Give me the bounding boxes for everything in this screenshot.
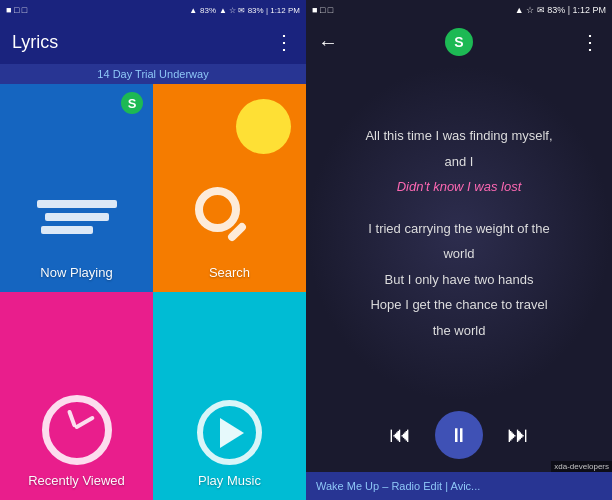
now-playing-icon xyxy=(37,195,117,255)
recently-viewed-label: Recently Viewed xyxy=(28,473,125,488)
next-button[interactable]: ⏭ xyxy=(507,422,529,448)
search-circle xyxy=(195,187,240,232)
play-music-label: Play Music xyxy=(198,473,261,488)
left-panel: ■ □ □ ▲ 83% ▲ ☆ ✉ 83% | 1:12 PM Lyrics ⋮… xyxy=(0,0,306,500)
now-playing-bar: Wake Me Up – Radio Edit | Avic... xyxy=(306,472,612,500)
right-status-right: ▲ ☆ ✉ 83% | 1:12 PM xyxy=(515,5,606,15)
lyric-line-6: But I only have two hands xyxy=(385,270,534,290)
trial-bar: 14 Day Trial Underway xyxy=(0,64,306,84)
signal-icon: ■ □ □ xyxy=(6,5,27,15)
play-triangle xyxy=(220,418,244,448)
clock-icon xyxy=(42,395,112,465)
right-menu-icon[interactable]: ⋮ xyxy=(580,30,600,54)
wifi-icon: ▲ xyxy=(189,6,197,15)
menu-icon[interactable]: ⋮ xyxy=(274,30,294,54)
right-time-display: ▲ ☆ ✉ 83% | 1:12 PM xyxy=(515,5,606,15)
search-label: Search xyxy=(209,265,250,280)
prev-button[interactable]: ⏮ xyxy=(389,422,411,448)
lyric-line-7: Hope I get the chance to travel xyxy=(370,295,547,315)
right-top-bar: ← S ⋮ xyxy=(306,20,612,64)
play-music-cell[interactable]: Play Music xyxy=(153,292,306,500)
spotify-badge: S xyxy=(121,92,143,114)
search-cell[interactable]: Search xyxy=(153,84,306,292)
right-status-bar: ■ □ □ ▲ ☆ ✉ 83% | 1:12 PM xyxy=(306,0,612,20)
now-playing-label: Now Playing xyxy=(40,265,112,280)
app-title: Lyrics xyxy=(12,32,58,53)
main-grid: S Now Playing Search Recently Viewed xyxy=(0,84,306,500)
lyric-line-5: world xyxy=(443,244,474,264)
trial-text: 14 Day Trial Underway xyxy=(97,68,208,80)
now-playing-cell[interactable]: S Now Playing xyxy=(0,84,153,292)
np-bar-1 xyxy=(37,200,117,208)
lyric-line-1: and I xyxy=(445,152,474,172)
right-status-left: ■ □ □ xyxy=(312,5,333,15)
lyric-line-8: the world xyxy=(433,321,486,341)
lyric-line-2-italic: Didn't know I was lost xyxy=(397,177,522,197)
status-bar-left-icons: ■ □ □ xyxy=(6,5,27,15)
back-button[interactable]: ← xyxy=(318,31,338,54)
right-panel: ■ □ □ ▲ ☆ ✉ 83% | 1:12 PM ← S ⋮ All this… xyxy=(306,0,612,500)
play-icon-big xyxy=(197,400,262,465)
np-bar-2 xyxy=(45,213,109,221)
lyrics-area: All this time I was finding myself, and … xyxy=(306,64,612,402)
search-icon-big xyxy=(195,187,265,257)
pause-button[interactable]: ⏸ xyxy=(435,411,483,459)
lyric-line-4: I tried carrying the weight of the xyxy=(368,219,549,239)
sun-decoration xyxy=(236,99,291,154)
clock-minute-hand xyxy=(74,415,95,429)
right-signal-icon: ■ □ □ xyxy=(312,5,333,15)
battery-icon: 83% xyxy=(200,6,216,15)
right-spotify-badge[interactable]: S xyxy=(445,28,473,56)
left-top-bar: Lyrics ⋮ xyxy=(0,20,306,64)
left-status-bar: ■ □ □ ▲ 83% ▲ ☆ ✉ 83% | 1:12 PM xyxy=(0,0,306,20)
watermark: xda-developers xyxy=(551,461,612,472)
lyric-line-0: All this time I was finding myself, xyxy=(365,126,552,146)
np-bar-3 xyxy=(41,226,93,234)
time-display: ▲ ☆ ✉ 83% | 1:12 PM xyxy=(219,6,300,15)
now-playing-text: Wake Me Up – Radio Edit | Avic... xyxy=(316,480,480,492)
recently-viewed-cell[interactable]: Recently Viewed xyxy=(0,292,153,500)
status-bar-right-info: ▲ 83% ▲ ☆ ✉ 83% | 1:12 PM xyxy=(189,6,300,15)
